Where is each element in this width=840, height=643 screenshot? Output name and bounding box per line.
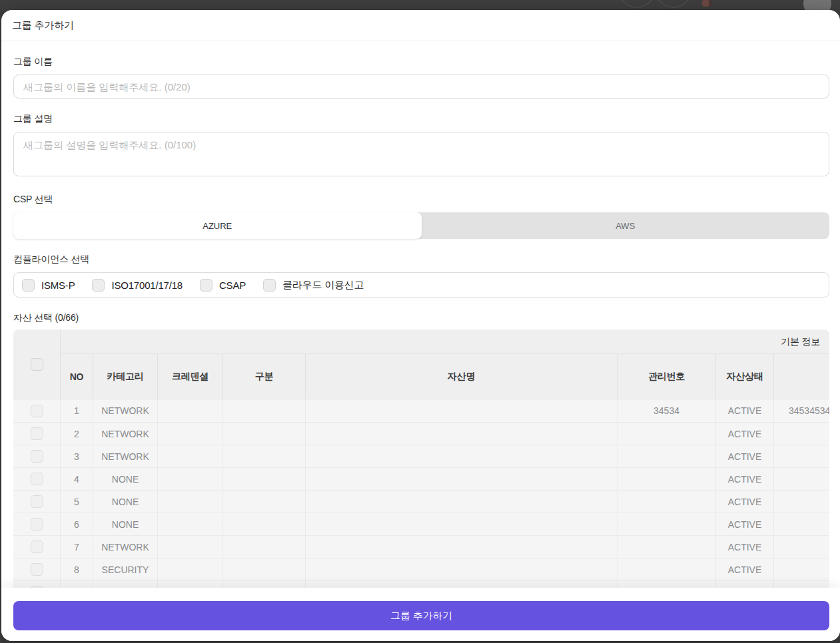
row-checkbox-cell: [13, 558, 61, 580]
column-header-credential: 크레덴셜: [158, 354, 223, 399]
cell-credential: [158, 581, 223, 588]
cell-credential: [158, 491, 223, 513]
cell-division: [223, 423, 306, 445]
browser-tab-icon: [618, 0, 655, 8]
row-checkbox-cell: [13, 536, 61, 558]
table-row: 4 NONE ACTIVE: [13, 467, 829, 490]
cell-status: ACTIVE: [716, 491, 774, 513]
table-row: 6 NONE ACTIVE: [13, 513, 829, 535]
group-desc-textarea[interactable]: [13, 132, 829, 176]
row-checkbox-icon[interactable]: [31, 405, 43, 417]
modal-body: 그룹 이름 그룹 설명 CSP 선택 AZURE AWS 컴플라이언스 선택 I…: [1, 41, 840, 588]
cell-category: NETWORK: [93, 399, 158, 422]
cell-credential: [158, 513, 223, 535]
table-row: 7 NETWORK ACTIVE: [13, 535, 829, 558]
cell-extra: [774, 558, 829, 580]
table-row: 1 NETWORK 34534 ACTIVE 34534534: [13, 399, 829, 422]
column-header-no: NO: [61, 354, 93, 399]
column-header-extra: [774, 354, 829, 399]
select-all-cell: [13, 329, 61, 399]
checkbox-icon[interactable]: [22, 279, 35, 292]
compliance-label: CSAP: [219, 280, 246, 291]
row-checkbox-cell: [13, 445, 61, 467]
cell-mgmt-no: 34534: [618, 399, 716, 422]
table-group-header: 기본 정보: [781, 329, 820, 353]
cell-mgmt-no: [618, 581, 716, 588]
cell-mgmt-no: [618, 513, 716, 535]
modal-footer: 그룹 추가하기: [1, 588, 840, 641]
cell-mgmt-no: [618, 558, 716, 580]
browser-tab-icon: [655, 0, 692, 8]
cell-category: NONE: [93, 468, 158, 490]
csp-toggle: AZURE AWS: [13, 212, 829, 239]
cell-status: ACTIVE: [716, 399, 774, 422]
cell-status: ACTIVE: [716, 445, 774, 467]
row-checkbox-icon[interactable]: [31, 518, 43, 531]
cell-asset-name: [306, 581, 618, 588]
cell-no: 5: [61, 491, 93, 513]
table-row: 8 SECURITY ACTIVE: [13, 558, 829, 580]
cell-credential: [158, 558, 223, 580]
table-row: 9 SECURITY ACTIVE: [13, 580, 829, 588]
modal-header: 그룹 추가하기: [1, 10, 840, 41]
asset-select-label: 자산 선택 (0/66): [13, 312, 829, 324]
cell-no: 2: [61, 423, 93, 445]
cell-mgmt-no: [618, 468, 716, 490]
cell-division: [223, 558, 306, 580]
row-checkbox-icon[interactable]: [31, 540, 43, 553]
row-checkbox-icon[interactable]: [31, 427, 43, 440]
checkbox-icon[interactable]: [200, 279, 212, 292]
cell-division: [223, 491, 306, 513]
checkbox-icon[interactable]: [263, 279, 276, 292]
cell-no: 4: [61, 468, 93, 490]
checkbox-icon[interactable]: [92, 279, 105, 292]
csp-option-aws[interactable]: AWS: [422, 212, 830, 239]
row-checkbox-icon[interactable]: [31, 563, 43, 576]
cell-extra: [774, 423, 829, 445]
cell-category: SECURITY: [93, 558, 158, 580]
asset-table-body: 1 NETWORK 34534 ACTIVE 34534534 2 NETWOR…: [13, 399, 829, 588]
cell-asset-name: [306, 445, 618, 467]
cell-asset-name: [306, 468, 618, 490]
cell-extra: [774, 468, 829, 490]
select-all-checkbox-icon[interactable]: [31, 358, 43, 371]
compliance-label: ISMS-P: [41, 280, 75, 291]
compliance-label: 클라우드 이용신고: [282, 279, 364, 292]
cell-no: 3: [61, 445, 93, 467]
cell-no: 8: [61, 558, 93, 580]
cell-no: 1: [61, 399, 93, 422]
cell-asset-name: [306, 491, 618, 513]
compliance-box: ISMS-P ISO17001/17/18 CSAP 클라우드 이용신고: [13, 272, 829, 298]
csp-select-label: CSP 선택: [13, 194, 829, 206]
cell-category: NETWORK: [93, 445, 158, 467]
row-checkbox-icon[interactable]: [31, 495, 43, 508]
column-header-status: 자산상태: [716, 354, 774, 399]
row-checkbox-icon[interactable]: [31, 473, 43, 485]
cell-division: [223, 468, 306, 490]
row-checkbox-icon[interactable]: [31, 450, 43, 463]
add-group-submit-button[interactable]: 그룹 추가하기: [13, 601, 829, 630]
cell-division: [223, 399, 306, 422]
cell-mgmt-no: [618, 423, 716, 445]
cell-credential: [158, 445, 223, 467]
group-desc-label: 그룹 설명: [13, 113, 829, 125]
cell-extra: [774, 581, 829, 588]
compliance-select-label: 컴플라이언스 선택: [13, 254, 829, 266]
cell-asset-name: [306, 423, 618, 445]
cell-no: 7: [61, 536, 93, 558]
asset-table-header: 기본 정보 NO 카테고리 크레덴셜 구분 자산명 관리번호 자산상태: [13, 329, 829, 399]
group-name-label: 그룹 이름: [13, 56, 829, 68]
cell-extra: 34534534: [774, 399, 829, 422]
cell-mgmt-no: [618, 491, 716, 513]
group-name-input[interactable]: [13, 75, 829, 99]
row-checkbox-cell: [13, 581, 61, 588]
cell-credential: [158, 536, 223, 558]
cell-extra: [774, 513, 829, 535]
cell-credential: [158, 468, 223, 490]
cell-status: ACTIVE: [716, 513, 774, 535]
cell-asset-name: [306, 399, 618, 422]
column-header-category: 카테고리: [93, 354, 158, 399]
cell-no: 6: [61, 513, 93, 535]
csp-option-azure[interactable]: AZURE: [13, 212, 422, 239]
cell-status: ACTIVE: [716, 558, 774, 580]
